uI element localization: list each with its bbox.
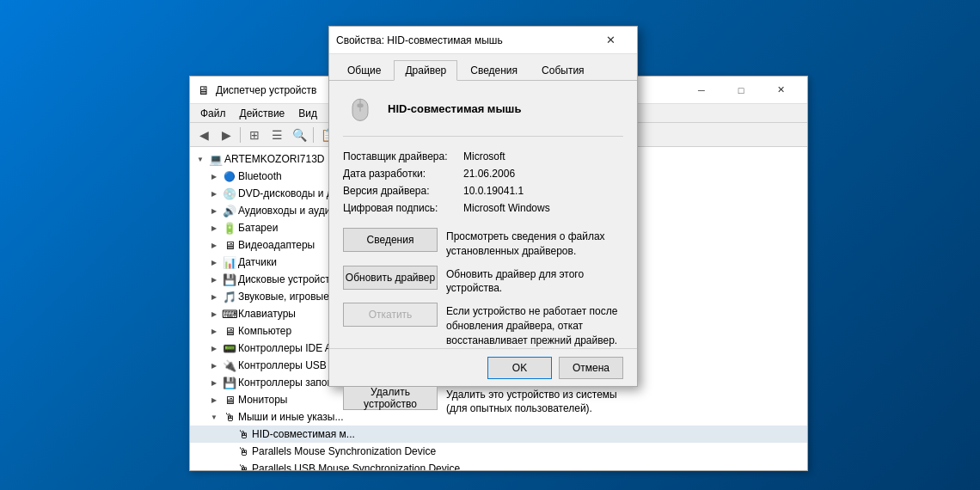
maximize-button[interactable]: □	[721, 77, 761, 104]
toolbar-back[interactable]: ◀	[193, 126, 214, 144]
tree-label-computer: Компьютер	[238, 325, 291, 337]
tree-label-sensors: Датчики	[238, 256, 277, 268]
props-close-button[interactable]: ✕	[591, 27, 630, 54]
tree-item-parallels-mouse[interactable]: ▶ 🖱 Parallels Mouse Synchronization Devi…	[190, 443, 807, 460]
tree-toggle-storage[interactable]: ▶	[207, 376, 221, 389]
tree-toggle-mice[interactable]: ▼	[207, 410, 221, 424]
tree-toggle-ide[interactable]: ▶	[207, 341, 221, 355]
minimize-button[interactable]: ─	[682, 77, 721, 104]
props-info-version: Версия драйвера: 10.0.19041.1	[343, 185, 623, 197]
tree-icon-mice: 🖱	[223, 410, 236, 424]
tree-item-parallels-usb[interactable]: ▶ 🖱 Parallels USB Mouse Synchronization …	[190, 460, 807, 470]
btn-uninstall[interactable]: Удалить устройство	[343, 386, 438, 410]
props-info-table: Поставщик драйвера: Microsoft Дата разра…	[343, 150, 623, 214]
tree-toggle-usb[interactable]: ▶	[207, 358, 221, 372]
tab-general[interactable]: Общие	[336, 60, 392, 81]
tree-label-bluetooth: Bluetooth	[238, 170, 282, 182]
tree-icon-video: 🖥	[223, 238, 236, 252]
tree-toggle-computer[interactable]: ▶	[207, 324, 221, 338]
tree-icon-hid: 🖱	[236, 427, 250, 441]
props-signature-value: Microsoft Windows	[463, 202, 550, 214]
tree-icon-sound: 🎵	[223, 290, 236, 303]
toolbar-list[interactable]: ☰	[266, 126, 287, 144]
toolbar-forward[interactable]: ▶	[216, 126, 236, 144]
props-button-row-details: Сведения Просмотреть сведения о файлах у…	[343, 228, 623, 259]
btn-update[interactable]: Обновить драйвер	[343, 266, 438, 290]
tree-icon-dvd: 💿	[223, 187, 236, 200]
menu-view[interactable]: Вид	[291, 106, 324, 121]
toolbar-sep-1	[240, 127, 241, 143]
tree-toggle-bluetooth[interactable]: ▶	[207, 169, 221, 183]
btn-rollback-desc: Если устройство не работает после обновл…	[446, 303, 623, 347]
tree-toggle-monitors[interactable]: ▶	[207, 393, 221, 407]
props-info-signature: Цифровая подпись: Microsoft Windows	[343, 202, 623, 214]
props-info-provider: Поставщик драйвера: Microsoft	[343, 150, 623, 162]
tree-icon-keyboard: ⌨	[223, 307, 236, 321]
tree-toggle-root[interactable]: ▼	[193, 152, 207, 166]
ok-button[interactable]: OK	[487, 357, 552, 379]
tree-toggle-disk[interactable]: ▶	[207, 273, 221, 286]
dm-title-icon: 🖥	[197, 83, 211, 97]
btn-details[interactable]: Сведения	[343, 228, 438, 252]
tree-icon-comp: 🖥	[223, 324, 236, 338]
mouse-icon	[345, 93, 376, 124]
tree-icon-bluetooth: 🔵	[223, 169, 236, 183]
props-provider-label: Поставщик драйвера:	[343, 150, 463, 162]
tree-label-mice: Мыши и иные указы...	[238, 411, 343, 423]
props-version-label: Версия драйвера:	[343, 185, 463, 197]
btn-details-desc: Просмотреть сведения о файлах установлен…	[446, 228, 623, 259]
tree-icon-usb: 🔌	[223, 358, 236, 372]
props-button-row-update: Обновить драйвер Обновить драйвер для эт…	[343, 266, 623, 297]
tree-item-hid[interactable]: ▶ 🖱 HID-совместимая м...	[190, 426, 807, 443]
cancel-button[interactable]: Отмена	[559, 357, 623, 379]
tree-toggle-sensors[interactable]: ▶	[207, 255, 221, 269]
tree-toggle-audio[interactable]: ▶	[207, 204, 221, 217]
tree-label-disk: Дисковые устройст...	[238, 273, 337, 285]
props-device-icon	[343, 91, 377, 126]
btn-rollback[interactable]: Откатить	[343, 303, 438, 327]
dm-window-controls: ─ □ ✕	[682, 77, 800, 104]
props-device-name: HID-совместимая мышь	[388, 102, 521, 115]
tree-label-keyboard: Клавиатуры	[238, 308, 296, 320]
props-footer: OK Отмена	[329, 348, 637, 386]
tree-toggle-sound[interactable]: ▶	[207, 290, 221, 303]
props-date-label: Дата разработки:	[343, 168, 463, 180]
tree-icon-computer: 💻	[209, 152, 223, 166]
toolbar-search[interactable]: 🔍	[289, 126, 309, 144]
tree-icon-ide: 📟	[223, 341, 236, 355]
properties-dialog: Свойства: HID-совместимая мышь ✕ Общие Д…	[328, 26, 638, 387]
toolbar-grid[interactable]: ⊞	[244, 126, 265, 144]
tree-label-parallels-usb: Parallels USB Mouse Synchronization Devi…	[252, 462, 460, 470]
props-date-value: 21.06.2006	[463, 168, 515, 180]
btn-uninstall-desc: Удалить это устройство из системы (для о…	[446, 386, 623, 417]
btn-update-desc: Обновить драйвер для этого устройства.	[446, 266, 623, 297]
tree-icon-storage: 💾	[223, 376, 236, 389]
tree-label-monitors: Мониторы	[238, 394, 287, 406]
props-provider-value: Microsoft	[463, 150, 505, 162]
tree-icon-disk: 💾	[223, 273, 236, 286]
tree-toggle-video[interactable]: ▶	[207, 238, 221, 252]
menu-action[interactable]: Действие	[233, 106, 292, 121]
svg-rect-2	[357, 104, 363, 108]
props-version-value: 10.0.19041.1	[463, 185, 524, 197]
tab-events[interactable]: События	[530, 60, 596, 81]
tab-details[interactable]: Сведения	[459, 60, 529, 81]
tree-toggle-dvd[interactable]: ▶	[207, 187, 221, 200]
close-button[interactable]: ✕	[761, 77, 800, 104]
tree-label-root: ARTEMKOZORI713D	[224, 153, 324, 165]
tree-toggle-battery[interactable]: ▶	[207, 221, 221, 235]
tree-toggle-keyboard[interactable]: ▶	[207, 307, 221, 321]
props-buttons-section: Сведения Просмотреть сведения о файлах у…	[343, 228, 623, 416]
tree-icon-sensors: 📊	[223, 255, 236, 269]
toolbar-sep-2	[313, 127, 314, 143]
tree-icon-parallels-mouse: 🖱	[236, 444, 250, 458]
tree-icon-monitors: 🖥	[223, 393, 236, 407]
tree-label-battery: Батареи	[238, 222, 278, 234]
props-signature-label: Цифровая подпись:	[343, 202, 463, 214]
tab-driver[interactable]: Драйвер	[394, 60, 457, 81]
props-device-header: HID-совместимая мышь	[343, 91, 623, 137]
props-button-row-uninstall: Удалить устройство Удалить это устройств…	[343, 386, 623, 417]
props-tabs: Общие Драйвер Сведения События	[329, 54, 637, 81]
tree-icon-parallels-usb: 🖱	[236, 462, 250, 470]
menu-file[interactable]: Файл	[193, 106, 233, 121]
